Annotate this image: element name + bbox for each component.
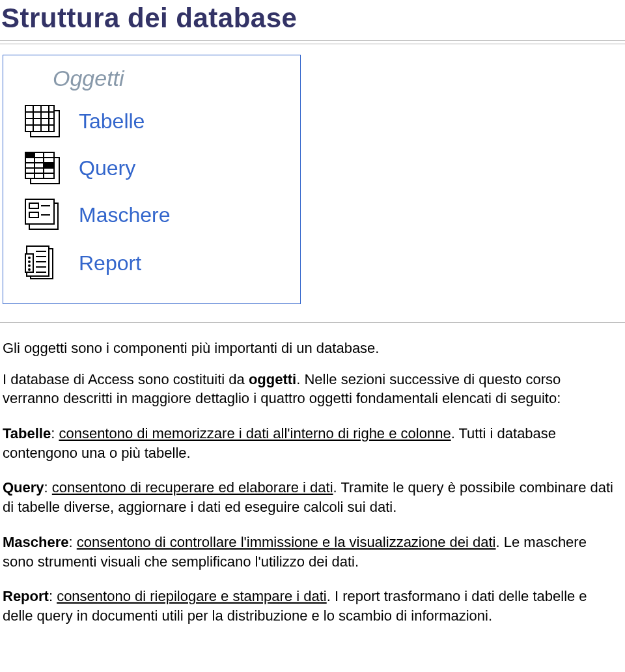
object-label: Tabelle [79, 109, 145, 133]
section-name: Maschere [3, 534, 69, 550]
page-title: Struttura dei database [0, 0, 625, 39]
object-label: Maschere [79, 203, 171, 227]
body-text: Gli oggetti sono i componenti più import… [0, 326, 625, 626]
query-icon [24, 151, 61, 185]
svg-point-29 [28, 264, 31, 267]
object-item-maschere: Maschere [11, 191, 292, 238]
svg-point-28 [28, 260, 31, 263]
svg-rect-16 [25, 152, 35, 158]
svg-point-27 [28, 257, 31, 259]
table-icon [24, 104, 61, 138]
object-item-report: Report [11, 238, 292, 288]
section-name: Query [3, 479, 44, 496]
section-name: Tabelle [3, 425, 51, 441]
svg-rect-17 [44, 163, 54, 168]
object-label: Query [79, 156, 135, 180]
section-tabelle: Tabelle: consentono di memorizzare i dat… [3, 424, 621, 462]
svg-point-30 [28, 268, 31, 271]
section-underlined: consentono di memorizzare i dati all'int… [59, 425, 451, 441]
objects-panel: Oggetti Tabelle [3, 55, 301, 304]
divider [0, 322, 625, 323]
divider [0, 44, 625, 44]
report-icon [24, 245, 61, 281]
section-underlined: consentono di controllare l'immissione e… [77, 534, 496, 550]
divider [0, 40, 625, 41]
object-label: Report [79, 251, 141, 275]
bold-oggetti: oggetti [249, 371, 296, 387]
section-query: Query: consentono di recuperare ed elabo… [3, 478, 621, 516]
section-underlined: consentono di riepilogare e stampare i d… [57, 588, 327, 604]
section-maschere: Maschere: consentono di controllare l'im… [3, 533, 621, 571]
section-name: Report [3, 588, 49, 604]
panel-heading: Oggetti [11, 66, 292, 98]
intro-line-1: Gli oggetti sono i componenti più import… [3, 339, 621, 358]
section-underlined: consentono di recuperare ed elaborare i … [52, 479, 333, 496]
intro-line-2: I database di Access sono costituiti da … [3, 370, 621, 408]
section-report: Report: consentono di riepilogare e stam… [3, 587, 621, 625]
object-item-query: Query [11, 145, 292, 191]
text: I database di Access sono costituiti da [3, 371, 249, 387]
form-icon [24, 198, 61, 232]
object-item-tabelle: Tabelle [11, 98, 292, 145]
